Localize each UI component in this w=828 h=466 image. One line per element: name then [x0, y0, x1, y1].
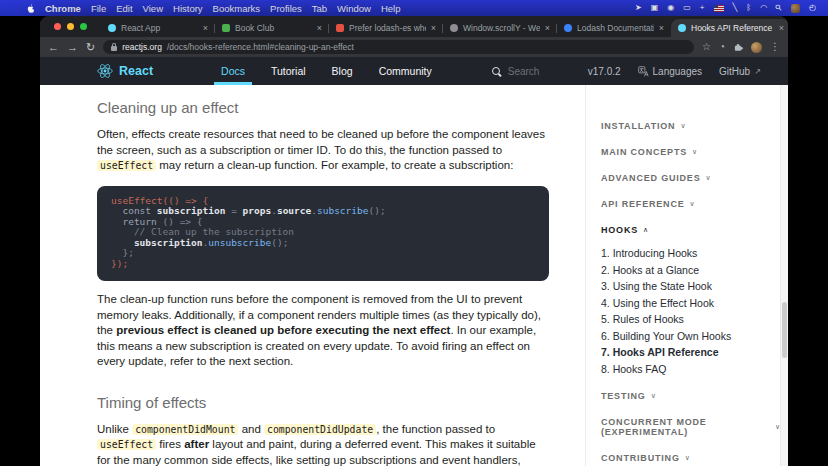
- address-bar[interactable]: reactjs.org/docs/hooks-reference.html#cl…: [103, 40, 694, 54]
- search-input[interactable]: [506, 65, 588, 78]
- text-run: after: [184, 438, 209, 450]
- menu-chrome[interactable]: Chrome: [45, 3, 81, 14]
- tab-close-icon[interactable]: ×: [431, 23, 436, 33]
- window-controls: [54, 23, 87, 30]
- input-source-flag-icon[interactable]: [714, 5, 724, 12]
- code-line: });: [111, 259, 535, 270]
- site-nav: DocsTutorialBlogCommunity: [221, 57, 432, 85]
- browser-tab[interactable]: Hooks API Reference – R×: [671, 19, 788, 37]
- sidebar-link[interactable]: 5. Rules of Hooks: [601, 311, 781, 328]
- sidebar-link[interactable]: 2. Hooks at a Glance: [601, 262, 781, 279]
- browser-tab[interactable]: React App×: [101, 19, 215, 37]
- paragraph: Unlike componentDidMount and componentDi…: [97, 422, 549, 466]
- url-domain: reactjs.org: [122, 42, 162, 52]
- tab-title: Window.scrollY - Web A: [463, 23, 540, 33]
- docs-search[interactable]: [492, 65, 588, 78]
- tab-close-icon[interactable]: ×: [317, 23, 322, 33]
- sidebar-link[interactable]: 6. Building Your Own Hooks: [601, 328, 781, 345]
- tab-favicon: [336, 24, 344, 32]
- version-link[interactable]: v17.0.2: [588, 66, 621, 77]
- wifi-icon[interactable]: ◠: [760, 4, 767, 12]
- languages-link[interactable]: Languages: [638, 66, 703, 77]
- profile-avatar[interactable]: [751, 42, 762, 53]
- react-site-header: React DocsTutorialBlogCommunity v17.0.2 …: [40, 57, 788, 85]
- sidebar-link[interactable]: 4. Using the Effect Hook: [601, 295, 781, 312]
- nav-blog[interactable]: Blog: [332, 57, 353, 85]
- reload-icon[interactable]: ↻: [86, 42, 95, 53]
- browser-tab[interactable]: Book Club×: [215, 19, 329, 37]
- sidebar-section-main-concepts[interactable]: MAIN CONCEPTS∨: [601, 147, 781, 157]
- battery-icon[interactable]: ▭: [683, 4, 691, 12]
- sidebar-link[interactable]: 7. Hooks API Reference: [601, 344, 781, 361]
- scrollbar-thumb[interactable]: [782, 302, 787, 358]
- browser-menu-icon[interactable]: ⋮: [770, 42, 780, 52]
- inline-code: useEffect: [97, 439, 156, 450]
- menu-tab[interactable]: Tab: [312, 3, 327, 14]
- menu-extra-icon[interactable]: [791, 4, 800, 13]
- nav-tutorial[interactable]: Tutorial: [271, 57, 306, 85]
- code-line: subscription.unsubscribe();: [111, 238, 535, 249]
- tab-favicon: [678, 24, 686, 32]
- text-run: Unlike: [97, 423, 132, 435]
- bluetooth-icon[interactable]: ᛒ: [746, 4, 751, 12]
- chevron-down-icon: ∨: [706, 174, 712, 182]
- menu-view[interactable]: View: [143, 3, 163, 14]
- tab-title: Lodash Documentation: [577, 23, 654, 33]
- github-link[interactable]: GitHub ↗: [719, 66, 761, 77]
- forward-icon[interactable]: →: [67, 42, 78, 53]
- sidebar-section-concurrent-mode-experimental[interactable]: CONCURRENT MODE (EXPERIMENTAL)∨: [601, 417, 781, 437]
- tabs-container: React App×Book Club×Prefer lodash-es whe…: [101, 16, 788, 37]
- side-panel-icon[interactable]: ◔: [719, 42, 725, 52]
- docs-page-body: Cleaning up an effect Often, effects cre…: [40, 85, 788, 466]
- spotlight-search-icon[interactable]: ⚲: [774, 3, 784, 13]
- location-arrow-icon[interactable]: ➤: [635, 4, 642, 12]
- search-icon: [492, 67, 500, 75]
- bookmark-star-icon[interactable]: ☆: [702, 42, 711, 52]
- menu-history[interactable]: History: [173, 3, 203, 14]
- screen-record-icon[interactable]: ◉: [667, 4, 674, 12]
- tab-title: Book Club: [235, 23, 312, 33]
- browser-window: React App×Book Club×Prefer lodash-es whe…: [40, 16, 788, 466]
- section-label: HOOKS: [601, 225, 638, 235]
- tab-close-icon[interactable]: ×: [659, 23, 664, 33]
- nav-community[interactable]: Community: [379, 57, 432, 85]
- react-logo[interactable]: React: [97, 63, 153, 79]
- menu-help[interactable]: Help: [381, 3, 401, 14]
- sidebar-section-contributing[interactable]: CONTRIBUTING∨: [601, 453, 781, 463]
- menu-profiles[interactable]: Profiles: [270, 3, 302, 14]
- shortcuts-icon[interactable]: +: [700, 4, 705, 12]
- browser-tab[interactable]: Window.scrollY - Web A×: [443, 19, 557, 37]
- back-icon[interactable]: ←: [48, 42, 59, 53]
- window-close-button[interactable]: [54, 23, 61, 30]
- extensions-puzzle-icon[interactable]: [733, 42, 743, 52]
- sidebar-link[interactable]: 1. Introducing Hooks: [601, 245, 781, 262]
- apple-menu-icon[interactable]: [26, 3, 35, 14]
- window-zoom-button[interactable]: [80, 23, 87, 30]
- sidebar-section-testing[interactable]: TESTING∨: [601, 391, 781, 401]
- window-minimize-button[interactable]: [67, 23, 74, 30]
- do-not-disturb-icon[interactable]: ╲: [733, 4, 738, 12]
- screen-mirroring-icon[interactable]: ▣: [651, 4, 659, 12]
- sidebar-section-api-reference[interactable]: API REFERENCE∨: [601, 199, 781, 209]
- sidebar-section-hooks[interactable]: HOOKS∧: [601, 225, 781, 235]
- tab-close-icon[interactable]: ×: [545, 23, 550, 33]
- brand-name: React: [119, 64, 153, 78]
- page-scrollbar[interactable]: [780, 85, 788, 466]
- section-label: MAIN CONCEPTS: [601, 147, 687, 157]
- sidebar-section-advanced-guides[interactable]: ADVANCED GUIDES∨: [601, 173, 781, 183]
- sidebar-section-installation[interactable]: INSTALLATION∨: [601, 121, 781, 131]
- nav-docs[interactable]: Docs: [221, 57, 245, 85]
- hooks-nav-list: 1. Introducing Hooks2. Hooks at a Glance…: [601, 245, 781, 377]
- clock-icon[interactable]: ◴: [809, 4, 816, 12]
- browser-tab[interactable]: Lodash Documentation×: [557, 19, 671, 37]
- browser-tab[interactable]: Prefer lodash-es when v×: [329, 19, 443, 37]
- menu-file[interactable]: File: [91, 3, 106, 14]
- tab-close-icon[interactable]: ×: [203, 23, 208, 33]
- text-run: fires: [156, 438, 184, 450]
- menu-bookmarks[interactable]: Bookmarks: [213, 3, 261, 14]
- menu-edit[interactable]: Edit: [116, 3, 132, 14]
- sidebar-link[interactable]: 3. Using the State Hook: [601, 278, 781, 295]
- tab-close-icon[interactable]: ×: [779, 23, 784, 33]
- sidebar-link[interactable]: 8. Hooks FAQ: [601, 361, 781, 378]
- menu-window[interactable]: Window: [337, 3, 371, 14]
